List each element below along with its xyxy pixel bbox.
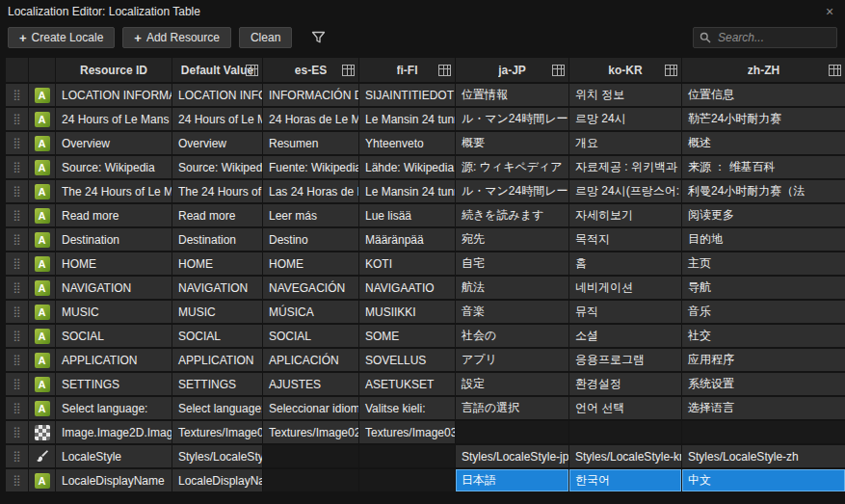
row-drag-handle[interactable] (6, 301, 28, 323)
cell-zh-ZH[interactable]: 目的地 (682, 228, 845, 251)
add-resource-button[interactable]: Add Resource (122, 27, 231, 48)
cell-default-value[interactable]: Read more (172, 204, 262, 226)
cell-ko-KR[interactable]: 홈 (569, 252, 681, 275)
cell-resource-id[interactable]: MUSIC (56, 301, 172, 323)
cell-zh-ZH[interactable]: 导航 (682, 277, 845, 299)
cell-es-ES[interactable]: APLICACIÓN (263, 349, 358, 371)
cell-default-value[interactable]: Source: Wikipedia (172, 156, 262, 178)
cell-default-value[interactable]: Styles/LocaleStyle (172, 445, 262, 467)
cell-ja-JP[interactable]: 自宅 (456, 252, 568, 275)
cell-fi-FI[interactable]: MUSIIKKI (359, 301, 455, 323)
row-drag-handle[interactable] (6, 349, 28, 371)
cell-resource-id[interactable]: Select language: (56, 397, 172, 419)
clean-button[interactable]: Clean (239, 27, 292, 48)
cell-resource-id[interactable]: NAVIGATION (56, 277, 172, 299)
cell-es-ES[interactable]: Seleccionar idioma: (263, 397, 358, 419)
cell-fi-FI[interactable]: Le Mansin 24 tunnin ajo (359, 180, 455, 202)
cell-ja-JP[interactable]: 宛先 (456, 228, 568, 251)
cell-ja-JP[interactable]: 社会の (456, 325, 568, 347)
row-drag-handle[interactable] (6, 204, 28, 226)
cell-resource-id[interactable]: SETTINGS (56, 373, 172, 395)
cell-fi-FI[interactable]: ASETUKSET (359, 373, 455, 395)
cell-zh-ZH[interactable]: 勒芒24小时耐力赛 (682, 108, 845, 130)
cell-resource-id[interactable]: LocaleStyle (56, 445, 172, 467)
cell-ja-JP[interactable]: 概要 (456, 132, 568, 154)
cell-ja-JP[interactable]: Styles/LocaleStyle-jp (456, 445, 568, 467)
cell-default-value[interactable]: HOME (172, 252, 262, 275)
cell-default-value[interactable]: MUSIC (172, 301, 262, 323)
row-drag-handle[interactable] (6, 228, 28, 251)
cell-ja-JP[interactable]: アプリ (456, 349, 568, 371)
cell-es-ES[interactable]: AJUSTES (263, 373, 358, 395)
row-drag-handle[interactable] (6, 180, 28, 202)
cell-ko-KR[interactable]: 목적지 (569, 228, 681, 251)
cell-es-ES[interactable] (263, 445, 358, 467)
cell-es-ES[interactable]: Las 24 Horas de Le Mans (263, 180, 358, 202)
cell-ko-KR[interactable]: 뮤직 (569, 301, 681, 323)
cell-default-value[interactable]: Select language: (172, 397, 262, 419)
create-locale-button[interactable]: Create Locale (8, 27, 115, 48)
cell-ja-JP[interactable]: 源: ウィキペディア (456, 156, 568, 178)
cell-es-ES[interactable] (263, 469, 358, 491)
row-drag-handle[interactable] (6, 469, 28, 491)
cell-fi-FI[interactable]: SIJAINTITIEDOT (359, 84, 455, 106)
row-drag-handle[interactable] (6, 373, 28, 395)
cell-default-value[interactable]: LOCATION INFORMATION (172, 84, 262, 106)
cell-zh-ZH[interactable]: 利曼24小时耐力赛（法 (682, 180, 845, 202)
row-drag-handle[interactable] (6, 445, 28, 467)
cell-fi-FI[interactable]: Lue lisää (359, 204, 455, 226)
cell-default-value[interactable]: Destination (172, 228, 262, 251)
cell-default-value[interactable]: Textures/Image01 (172, 421, 262, 443)
cell-zh-ZH[interactable]: 社交 (682, 325, 845, 347)
cell-ko-KR[interactable]: 네비게이션 (569, 277, 681, 299)
cell-resource-id[interactable]: Image.Image2D.Image01 (56, 421, 172, 443)
row-drag-handle[interactable] (6, 84, 28, 106)
row-drag-handle[interactable] (6, 156, 28, 178)
cell-es-ES[interactable]: NAVEGACIÓN (263, 277, 358, 299)
row-drag-handle[interactable] (6, 325, 28, 347)
cell-es-ES[interactable]: Destino (263, 228, 358, 251)
cell-ko-KR[interactable]: 응용프로그램 (569, 349, 681, 371)
cell-zh-ZH[interactable]: 位置信息 (682, 84, 845, 106)
cell-ja-JP[interactable]: ル・マン24時間レース（ (456, 180, 568, 202)
cell-fi-FI[interactable]: Le Mansin 24 tunnin ajo (359, 108, 455, 130)
cell-ko-KR[interactable]: 자료제공 : 위키백과 (569, 156, 681, 178)
row-drag-handle[interactable] (6, 277, 28, 299)
row-drag-handle[interactable] (6, 108, 28, 130)
cell-default-value[interactable]: APPLICATION (172, 349, 262, 371)
cell-fi-FI[interactable]: KOTI (359, 252, 455, 275)
column-header-fi-FI[interactable]: fi-FI (359, 58, 455, 82)
cell-zh-ZH[interactable]: 选择语言 (682, 397, 845, 419)
cell-es-ES[interactable]: Fuente: Wikipedia (263, 156, 358, 178)
cell-zh-ZH[interactable]: 主页 (682, 252, 845, 275)
cell-resource-id[interactable]: 24 Hours of Le Mans (56, 108, 172, 130)
cell-ja-JP[interactable]: 続きを読みます (456, 204, 568, 226)
cell-zh-ZH[interactable]: 应用程序 (682, 349, 845, 371)
cell-fi-FI[interactable]: Textures/Image03 (359, 421, 455, 443)
cell-ko-KR[interactable]: 환경설정 (569, 373, 681, 395)
column-header-ja-JP[interactable]: ja-JP (456, 58, 568, 82)
column-header-es-ES[interactable]: es-ES (263, 58, 358, 82)
cell-resource-id[interactable]: The 24 Hours of Le Mans (56, 180, 172, 202)
cell-fi-FI[interactable] (359, 469, 455, 491)
cell-ko-KR[interactable]: 자세히보기 (569, 204, 681, 226)
cell-es-ES[interactable]: Resumen (263, 132, 358, 154)
cell-resource-id[interactable]: HOME (56, 252, 172, 275)
cell-fi-FI[interactable]: SOVELLUS (359, 349, 455, 371)
cell-es-ES[interactable]: 24 Horas de Le Mans (263, 108, 358, 130)
cell-ja-JP[interactable] (456, 421, 568, 443)
cell-fi-FI[interactable]: Yhteenveto (359, 132, 455, 154)
row-drag-handle[interactable] (6, 132, 28, 154)
cell-resource-id[interactable]: Source: Wikipedia (56, 156, 172, 178)
cell-zh-ZH[interactable]: 阅读更多 (682, 204, 845, 226)
cell-zh-ZH[interactable]: 中文 (682, 469, 845, 491)
cell-ko-KR[interactable] (569, 421, 681, 443)
cell-ko-KR[interactable]: 르망 24시 (569, 108, 681, 130)
cell-ko-KR[interactable]: 한국어 (569, 469, 681, 491)
cell-ko-KR[interactable]: Styles/LocaleStyle-kr (569, 445, 681, 467)
search-input[interactable] (716, 30, 831, 45)
cell-resource-id[interactable]: LocaleDisplayName (56, 469, 172, 491)
cell-ko-KR[interactable]: 개요 (569, 132, 681, 154)
row-drag-handle[interactable] (6, 397, 28, 419)
cell-resource-id[interactable]: APPLICATION (56, 349, 172, 371)
